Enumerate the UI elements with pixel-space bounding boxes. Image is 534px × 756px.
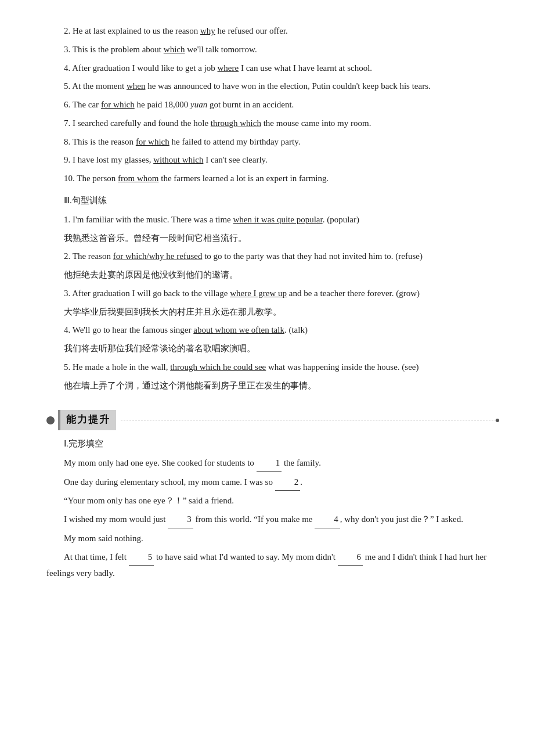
cloze-para-4: I wished my mom would just 3 from this w… (46, 512, 499, 528)
blank-4: 4 (315, 512, 340, 528)
blank-1: 1 (257, 455, 282, 472)
blank-5: 5 (129, 549, 154, 566)
s3-item-5-zh: 他在墙上弄了个洞，通过这个洞他能看到房子里正在发生的事情。 (46, 378, 499, 394)
s3-item-2-zh: 他拒绝去赴宴的原因是他没收到他们的邀请。 (46, 267, 499, 283)
italic-yuan: yuan (190, 100, 207, 109)
section3-title: Ⅲ.句型训练 (46, 193, 499, 208)
cloze-para-3: “Your mom only has one eye？！” said a fri… (46, 493, 499, 509)
s3-item-1-zh: 我熟悉这首音乐。曾经有一段时间它相当流行。 (46, 231, 499, 247)
sentence-4: 4. After graduation I would like to get … (46, 60, 499, 77)
blank-6: 6 (338, 549, 363, 566)
header-line (121, 420, 499, 420)
sentence-6: 6. The car for which he paid 18,000 yuan… (46, 97, 499, 113)
blank-2: 2 (275, 474, 301, 491)
blank-3: 3 (168, 512, 193, 528)
ability-title: 能力提升 (58, 410, 116, 430)
exercise-section-sentences: 2. He at last explained to us the reason… (46, 23, 499, 187)
header-dot (46, 416, 55, 424)
sentence-7: 7. I searched carefully and found the ho… (46, 116, 499, 132)
s3-item-1-en: 1. I'm familiar with the music. There wa… (46, 212, 499, 228)
cloze-para-5: My mom said nothing. (46, 531, 499, 547)
s3-item-3-zh: 大学毕业后我要回到我长大的村庄并且永远在那儿教学。 (46, 304, 499, 321)
s3-item-4-zh: 我们将去听那位我们经常谈论的著名歌唱家演唱。 (46, 341, 499, 357)
header-line-dot (496, 419, 499, 422)
sentence-9: 9. I have lost my glasses, without which… (46, 152, 499, 168)
sentence-8: 8. This is the reason for which he faile… (46, 134, 499, 150)
sentence-10: 10. The person from whom the farmers lea… (46, 171, 499, 187)
sentence-3: 3. This is the problem about which we'll… (46, 42, 499, 58)
ability-section-header: 能力提升 (46, 410, 499, 430)
cloze-para-1: My mom only had one eye. She cooked for … (46, 455, 499, 472)
sentence-5: 5. At the moment when he was announced t… (46, 78, 499, 95)
cloze-para-6: At that time, I felt 5 to have said what… (46, 549, 499, 582)
s3-item-4-en: 4. We'll go to hear the famous singer ab… (46, 322, 499, 339)
cloze-title: Ⅰ.完形填空 (46, 436, 499, 452)
sentence-2: 2. He at last explained to us the reason… (46, 23, 499, 39)
s3-item-2-en: 2. The reason for which/why he refused t… (46, 249, 499, 265)
cloze-para-2: One day during elementary school, my mom… (46, 474, 499, 491)
s3-item-3-en: 3. After graduation I will go back to th… (46, 286, 499, 302)
s3-item-5-en: 5. He made a hole in the wall, through w… (46, 359, 499, 376)
section-3: Ⅲ.句型训练 1. I'm familiar with the music. T… (46, 193, 499, 394)
cloze-section: Ⅰ.完形填空 My mom only had one eye. She cook… (46, 436, 499, 582)
